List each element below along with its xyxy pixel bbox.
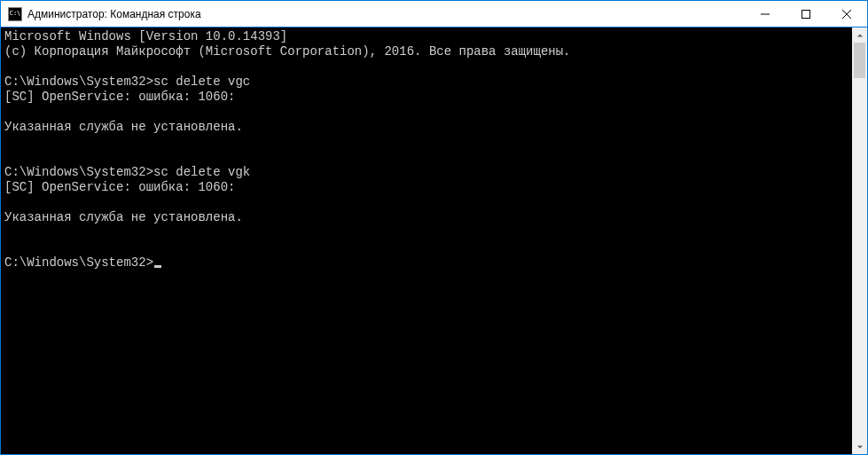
scroll-up-button[interactable] — [852, 27, 867, 43]
terminal-line — [4, 105, 848, 120]
terminal-line: C:\Windows\System32>sc delete vgk — [4, 165, 848, 180]
svg-rect-1 — [802, 10, 810, 18]
svg-rect-0 — [761, 13, 770, 14]
minimize-icon — [761, 10, 770, 19]
titlebar[interactable]: C:\ Администратор: Командная строка — [1, 1, 867, 27]
window-title: Администратор: Командная строка — [27, 8, 745, 20]
terminal-line — [4, 225, 848, 240]
terminal-line: [SC] OpenService: ошибка: 1060: — [4, 90, 848, 105]
terminal-output[interactable]: Microsoft Windows [Version 10.0.14393](c… — [1, 27, 852, 454]
terminal-line: Указанная служба не установлена. — [4, 120, 848, 135]
terminal-line — [4, 240, 848, 255]
terminal-line: (c) Корпорация Майкрософт (Microsoft Cor… — [4, 44, 848, 59]
terminal-cursor — [154, 265, 161, 268]
terminal-line: [SC] OpenService: ошибка: 1060: — [4, 180, 848, 195]
terminal-line: Указанная служба не установлена. — [4, 210, 848, 225]
terminal-line — [4, 135, 848, 150]
close-icon — [842, 10, 851, 19]
maximize-button[interactable] — [786, 1, 826, 27]
scroll-down-button[interactable] — [852, 439, 867, 454]
cmd-icon: C:\ — [8, 7, 22, 21]
cmd-icon-label: C:\ — [10, 11, 21, 17]
close-button[interactable] — [826, 1, 867, 27]
client-area: Microsoft Windows [Version 10.0.14393](c… — [1, 27, 867, 454]
terminal-line — [4, 59, 848, 75]
window-controls — [745, 1, 867, 27]
chevron-down-icon — [856, 443, 864, 451]
chevron-up-icon — [856, 32, 864, 39]
minimize-button[interactable] — [745, 1, 786, 27]
terminal-line: C:\Windows\System32>sc delete vgc — [4, 75, 848, 90]
terminal-line: Microsoft Windows [Version 10.0.14393] — [4, 29, 848, 44]
terminal-line — [4, 150, 848, 165]
terminal-line: C:\Windows\System32> — [4, 255, 848, 271]
vertical-scrollbar[interactable] — [852, 27, 867, 454]
terminal-line — [4, 195, 848, 210]
scroll-thumb[interactable] — [854, 43, 865, 78]
scroll-track[interactable] — [852, 43, 867, 439]
maximize-icon — [802, 10, 810, 19]
